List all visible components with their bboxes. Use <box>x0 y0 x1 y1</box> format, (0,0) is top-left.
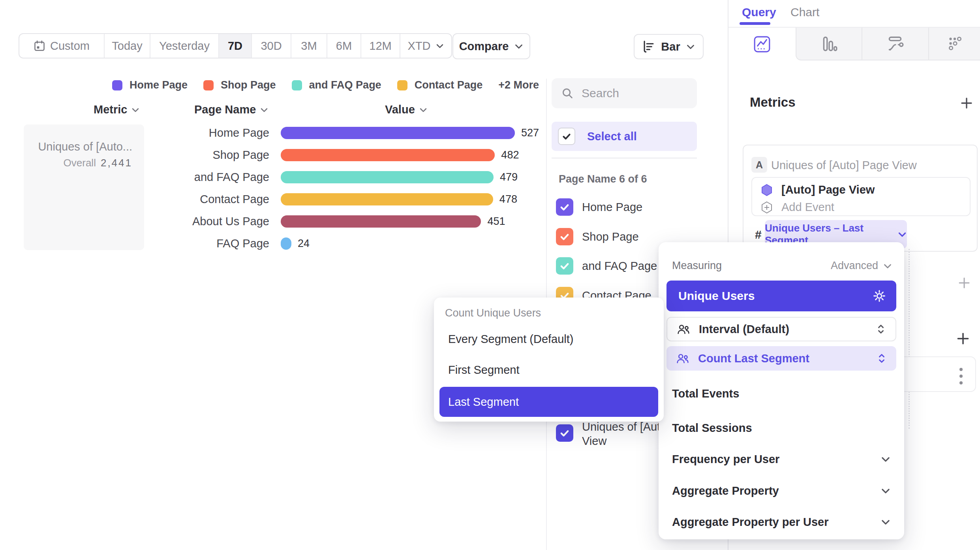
bar[interactable] <box>281 171 494 183</box>
bar-value: 479 <box>500 171 518 183</box>
funnels-chart-icon <box>820 35 838 53</box>
bar[interactable] <box>281 149 495 161</box>
event-row[interactable]: [Auto] Page View <box>761 183 875 196</box>
date-range-xtd[interactable]: XTD <box>400 34 451 58</box>
chart-row: Shop Page 482 <box>131 149 519 161</box>
advanced-toggle[interactable]: Advanced <box>831 260 892 272</box>
measure-option-total-sessions[interactable]: Total Sessions <box>672 416 891 439</box>
legend-more[interactable]: +2 More <box>498 79 539 91</box>
date-range-3m[interactable]: 3M <box>291 34 327 58</box>
count-last-segment-row[interactable]: Count Last Segment <box>666 346 896 371</box>
date-range-7d[interactable]: 7D <box>219 34 252 58</box>
legend-item[interactable]: and FAQ Page <box>292 79 381 91</box>
chart-row: FAQ Page 24 <box>131 237 310 250</box>
count-unique-users-menu: Count Unique Users Every Segment (Defaul… <box>434 298 664 422</box>
filter-item-and-faq-page[interactable]: and FAQ Page <box>556 257 657 275</box>
chart-legend: Home Page Shop Page and FAQ Page Contact… <box>112 79 539 91</box>
legend-swatch <box>112 80 122 90</box>
bar[interactable] <box>281 237 291 250</box>
stepper-icon[interactable] <box>876 323 886 335</box>
horizontal-bar-chart-icon <box>642 40 655 53</box>
interval-default-row[interactable]: Interval (Default) <box>666 317 896 341</box>
column-header-metric[interactable]: Metric <box>94 103 140 116</box>
measuring-header: Measuring Advanced <box>672 260 892 272</box>
retention-chart-icon <box>946 35 964 53</box>
flows-chart-icon <box>886 35 905 53</box>
date-range-30d[interactable]: 30D <box>252 34 291 58</box>
legend-swatch <box>292 80 302 90</box>
measure-option-frequency-per-user[interactable]: Frequency per User <box>672 448 891 471</box>
drop-zone-border <box>909 249 910 429</box>
measure-option-aggregate-property[interactable]: Aggregate Property <box>672 479 891 502</box>
bar-label: FAQ Page <box>131 237 269 250</box>
chart-type-tab-retention[interactable] <box>928 28 980 60</box>
users-icon <box>676 352 689 364</box>
checkbox-checked[interactable] <box>556 424 573 442</box>
measure-option-aggregate-property-per-user[interactable]: Aggregate Property per User <box>672 510 891 533</box>
legend-item[interactable]: Contact Page <box>397 79 483 91</box>
date-range-6m[interactable]: 6M <box>327 34 361 58</box>
filter-item-shop-page[interactable]: Shop Page <box>556 228 639 245</box>
chart-type-tab-insights[interactable] <box>728 28 796 60</box>
bar-value: 478 <box>499 193 517 205</box>
chevron-down-icon <box>436 41 444 50</box>
active-tab-underline <box>740 22 770 25</box>
operator-hash: # <box>755 228 762 241</box>
compare-button[interactable]: Compare <box>452 33 530 59</box>
chart-row: Home Page 527 <box>131 127 539 139</box>
chevron-down-icon <box>131 105 140 114</box>
chevron-down-icon <box>880 454 891 464</box>
tab-chart[interactable]: Chart <box>790 6 819 19</box>
bar-label: and FAQ Page <box>131 171 269 184</box>
filter-item-home-page[interactable]: Home Page <box>556 198 642 216</box>
bar[interactable] <box>281 193 493 205</box>
column-header-value[interactable]: Value <box>385 103 428 116</box>
add-event-row[interactable]: Add Event <box>761 201 834 214</box>
metric-overall-value: 2,441 <box>101 157 132 169</box>
gear-icon[interactable] <box>873 289 886 303</box>
chevron-down-icon <box>880 486 891 496</box>
add-metric-button[interactable] <box>959 96 974 110</box>
checkbox-checked[interactable] <box>556 198 573 216</box>
filter-item-uniques[interactable]: Uniques of [Auto] Page View <box>556 420 668 448</box>
search-box <box>552 78 697 108</box>
tab-query[interactable]: Query <box>742 6 776 19</box>
search-input[interactable] <box>582 87 687 100</box>
date-range-today[interactable]: Today <box>105 34 150 58</box>
calendar-icon <box>34 40 45 52</box>
select-all-row[interactable]: Select all <box>552 122 697 151</box>
add-breakdown-button[interactable] <box>956 331 971 346</box>
metric-summary-card[interactable]: Uniques of [Auto... Overall2,441 <box>24 124 144 250</box>
legend-item[interactable]: Shop Page <box>203 79 276 91</box>
metric-row-title: Uniques of [Auto] Page View <box>771 159 917 172</box>
menu-option-first-segment[interactable]: First Segment <box>439 354 658 385</box>
measure-option-unique-users[interactable]: Unique Users <box>666 281 896 311</box>
date-range-custom[interactable]: Custom <box>19 34 105 58</box>
date-range-yesterday[interactable]: Yesterday <box>150 34 219 58</box>
chart-type-tab-funnels[interactable] <box>796 28 862 60</box>
chart-type-tab-flows[interactable] <box>862 28 928 60</box>
menu-option-every-segment[interactable]: Every Segment (Default) <box>439 324 658 354</box>
kebab-menu-icon[interactable] <box>958 366 964 386</box>
column-header-page-name[interactable]: Page Name <box>194 103 268 116</box>
checkbox-checked[interactable] <box>556 257 573 275</box>
chevron-down-icon <box>897 230 907 239</box>
metric-overall: Overall2,441 <box>32 157 132 169</box>
add-filter-button[interactable] <box>957 276 971 290</box>
measure-option-total-events[interactable]: Total Events <box>672 382 891 405</box>
users-icon <box>677 323 690 335</box>
legend-item[interactable]: Home Page <box>112 79 188 91</box>
select-all-checkbox[interactable] <box>558 128 575 145</box>
metric-definition-card[interactable]: A Uniques of [Auto] Page View [Auto] Pag… <box>743 145 978 252</box>
stepper-icon[interactable] <box>877 352 887 364</box>
chart-row: Contact Page 478 <box>131 193 517 205</box>
date-range-12m[interactable]: 12M <box>361 34 400 58</box>
bar[interactable] <box>281 215 481 228</box>
menu-option-last-segment[interactable]: Last Segment <box>439 387 658 417</box>
chart-row: and FAQ Page 479 <box>131 171 518 183</box>
chevron-down-icon <box>419 105 428 114</box>
chart-type-selector-button[interactable]: Bar <box>634 34 704 59</box>
bar-label: Shop Page <box>131 149 269 162</box>
bar[interactable] <box>281 127 515 139</box>
checkbox-checked[interactable] <box>556 228 573 245</box>
